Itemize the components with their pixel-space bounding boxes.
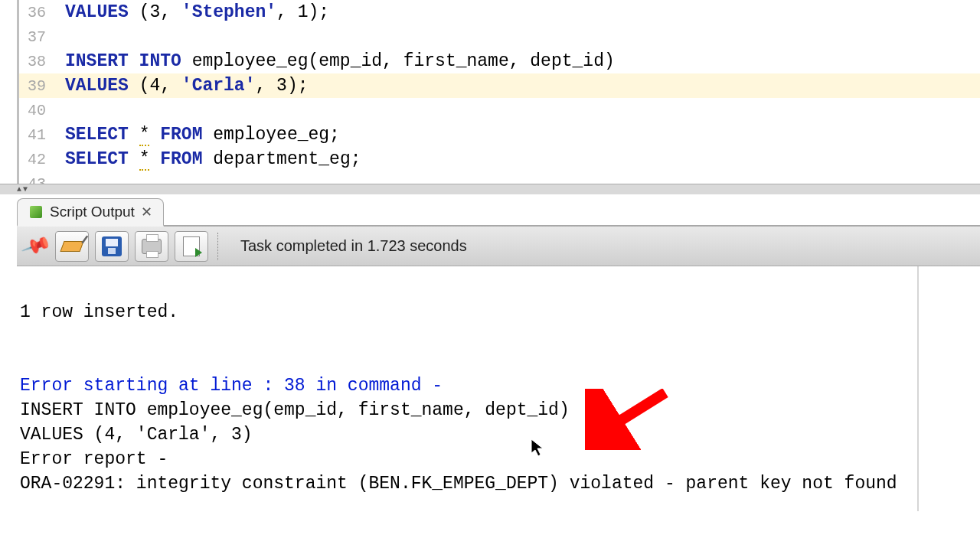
error-ora-line: ORA-02291: integrity constraint (BEN.FK_…	[20, 474, 897, 494]
run-icon	[183, 236, 200, 256]
code-text: SELECT * FROM employee_eg;	[65, 125, 980, 145]
close-icon[interactable]: ✕	[141, 204, 152, 220]
pin-button[interactable]: 📌	[23, 231, 49, 262]
code-line[interactable]: 42SELECT * FROM department_eg;	[19, 147, 980, 171]
collapse-up-icon: ▲	[17, 185, 21, 194]
code-line[interactable]: 38INSERT INTO employee_eg(emp_id, first_…	[19, 49, 980, 73]
script-output-icon	[28, 204, 44, 220]
script-output-pane[interactable]: 1 row inserted. Error starting at line :…	[17, 266, 919, 511]
run-script-button[interactable]	[175, 231, 208, 262]
output-tabbar: Script Output ✕	[17, 194, 980, 227]
svg-line-0	[604, 393, 665, 431]
code-line[interactable]: 40	[19, 98, 980, 122]
code-line[interactable]: 39VALUES (4, 'Carla', 3);	[19, 73, 980, 98]
pin-icon: 📌	[20, 230, 53, 262]
code-text: VALUES (4, 'Carla', 3);	[65, 76, 980, 96]
print-icon	[142, 239, 162, 254]
output-line: 1 row inserted.	[20, 302, 178, 322]
error-header: Error starting at line : 38 in command -	[20, 376, 443, 396]
line-number: 37	[19, 28, 65, 46]
line-number: 41	[19, 126, 65, 144]
save-output-button[interactable]	[95, 231, 129, 262]
sql-editor[interactable]: 36VALUES (3, 'Stephen', 1);3738INSERT IN…	[17, 0, 980, 184]
splitter-handle[interactable]: ▲ ▼	[0, 184, 980, 194]
line-number: 38	[19, 53, 65, 70]
mouse-cursor-icon	[485, 413, 545, 490]
eraser-icon	[60, 241, 83, 252]
line-number: 40	[19, 102, 65, 119]
collapse-down-icon: ▼	[23, 185, 28, 194]
line-number: 42	[19, 151, 65, 168]
code-line[interactable]: 43	[19, 171, 980, 184]
line-number: 36	[19, 4, 65, 21]
code-text: SELECT * FROM department_eg;	[65, 149, 980, 169]
code-line[interactable]: 37	[19, 24, 980, 49]
error-report-line: Error report -	[20, 449, 168, 469]
annotation-arrow-icon	[585, 389, 677, 450]
code-text: INSERT INTO employee_eg(emp_id, first_na…	[65, 51, 980, 71]
print-output-button[interactable]	[135, 231, 168, 262]
save-icon	[102, 236, 122, 256]
output-toolbar: 📌 Task completed in 1.723 seconds	[17, 227, 980, 266]
code-line[interactable]: 36VALUES (3, 'Stephen', 1);	[19, 0, 980, 24]
status-text: Task completed in 1.723 seconds	[240, 237, 467, 255]
code-text: VALUES (3, 'Stephen', 1);	[65, 2, 980, 22]
error-sql-line: VALUES (4, 'Carla', 3)	[20, 425, 253, 445]
line-number: 43	[19, 175, 65, 184]
clear-button[interactable]	[55, 231, 89, 262]
tab-script-output[interactable]: Script Output ✕	[17, 198, 164, 227]
toolbar-separator	[217, 233, 222, 260]
tab-label: Script Output	[50, 204, 135, 220]
line-number: 39	[19, 77, 65, 95]
code-line[interactable]: 41SELECT * FROM employee_eg;	[19, 122, 980, 147]
